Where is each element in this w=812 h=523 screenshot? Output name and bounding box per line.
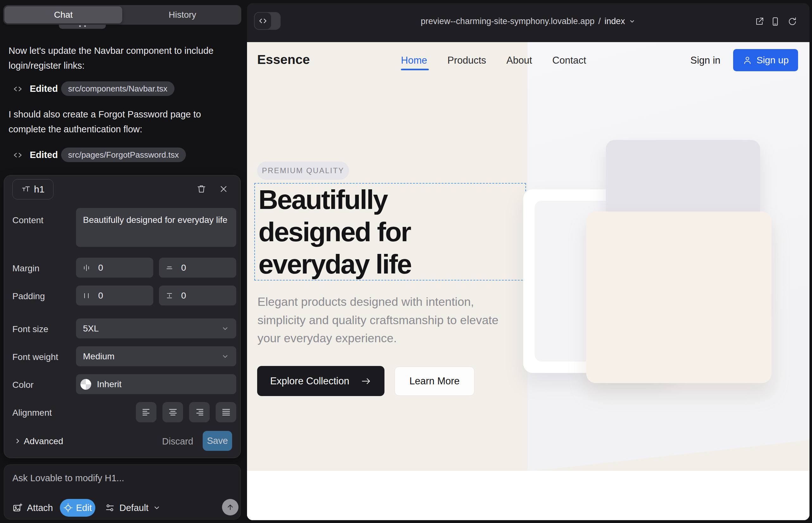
padding-label: Padding (12, 291, 45, 301)
content-field[interactable]: Beautifully designed for everyday life (76, 208, 236, 247)
align-justify-icon (222, 408, 231, 416)
delete-element-button[interactable] (195, 183, 208, 195)
save-button[interactable]: Save (203, 431, 232, 451)
user-icon (743, 55, 752, 65)
code-icon (13, 84, 23, 94)
composer-input[interactable] (12, 472, 216, 489)
chevron-down-icon[interactable] (629, 18, 636, 25)
hero-paragraph: Elegant products designed with intention… (258, 293, 517, 348)
url-separator: / (598, 16, 601, 26)
page-selector[interactable]: index (604, 16, 625, 26)
explore-collection-button[interactable]: Explore Collection (257, 366, 385, 396)
font-weight-select[interactable]: Medium (76, 346, 236, 366)
dot (79, 25, 81, 27)
code-icon (259, 16, 267, 25)
open-external-icon[interactable] (754, 16, 764, 26)
color-label: Color (12, 380, 34, 390)
color-value: Inherit (97, 379, 122, 390)
attach-label: Attach (27, 503, 53, 513)
margin-vertical-icon (165, 263, 174, 273)
chevron-down-icon (153, 504, 161, 511)
nav-link-contact[interactable]: Contact (552, 55, 586, 66)
padding-y-value: 0 (181, 291, 186, 301)
font-size-select[interactable]: 5XL (76, 319, 236, 339)
padding-y-input[interactable]: 0 (159, 286, 236, 306)
arrow-up-icon (226, 502, 235, 512)
edited-file-row: Edited src/components/Navbar.tsx (0, 82, 241, 96)
alignment-label: Alignment (12, 408, 52, 418)
preview-window: preview--charming-site-symphony.lovable.… (247, 3, 810, 520)
learn-more-button[interactable]: Learn More (394, 366, 474, 396)
lovable-workspace: Chat History Now let's update the Navbar… (0, 0, 812, 523)
close-icon[interactable] (217, 183, 230, 195)
nav-link-products[interactable]: Products (447, 55, 486, 66)
typography-icon (21, 184, 31, 194)
arrow-right-icon (361, 376, 371, 386)
refresh-icon[interactable] (787, 16, 797, 26)
rendered-site: Essence Home Products About Contact Sign… (247, 42, 810, 520)
selected-tag-label: h1 (34, 184, 44, 195)
chat-composer: Attach Edit Default (4, 465, 241, 520)
align-right-button[interactable] (189, 402, 210, 422)
advanced-toggle[interactable]: Advanced (24, 436, 63, 446)
attach-button[interactable]: Attach (12, 500, 53, 516)
align-left-icon (142, 408, 151, 416)
content-textarea[interactable]: Beautifully designed for everyday life (76, 208, 236, 247)
font-size-value: 5XL (83, 324, 99, 334)
chevron-down-icon (221, 325, 229, 333)
assistant-message: Now let's update the Navbar component to… (8, 43, 217, 73)
padding-vertical-icon (165, 291, 174, 301)
padding-x-input[interactable]: 0 (76, 286, 153, 306)
edited-file-chip[interactable]: src/pages/ForgotPassword.tsx (61, 147, 186, 162)
margin-x-input[interactable]: 0 (76, 258, 153, 278)
align-center-icon (168, 408, 178, 416)
align-left-button[interactable] (136, 402, 156, 422)
nav-link-about[interactable]: About (506, 55, 532, 66)
code-toggle-knob[interactable] (254, 13, 271, 29)
send-button[interactable] (222, 499, 239, 516)
align-center-button[interactable] (162, 402, 183, 422)
edited-file-chip[interactable]: src/components/Navbar.tsx (61, 82, 175, 96)
font-weight-value: Medium (83, 351, 114, 362)
learn-more-label: Learn More (409, 376, 460, 387)
premium-quality-badge: PREMIUM QUALITY (257, 161, 349, 180)
color-field[interactable]: Inherit (76, 374, 236, 394)
hero-heading[interactable]: Beautifully designed for everyday life (259, 183, 474, 280)
edited-label: Edited (30, 82, 58, 96)
margin-y-value: 0 (181, 263, 186, 273)
attach-image-icon (12, 503, 22, 513)
nav-link-home[interactable]: Home (401, 55, 427, 66)
assistant-message: I should also create a Forgot Password p… (8, 107, 224, 137)
sign-in-link[interactable]: Sign in (690, 55, 721, 66)
content-label: Content (12, 215, 43, 226)
element-editor-panel: h1 Content Beautifully designed for ever… (4, 175, 241, 458)
margin-x-value: 0 (98, 263, 103, 273)
mobile-view-icon[interactable] (770, 16, 780, 26)
site-nav: Home Products About Contact (401, 55, 586, 66)
chevron-right-icon (14, 437, 22, 445)
edit-mode-button[interactable]: Edit (60, 499, 95, 517)
font-weight-label: Font weight (12, 352, 58, 362)
site-logo[interactable]: Essence (257, 52, 310, 67)
selected-element-chip[interactable]: h1 (12, 179, 54, 199)
target-icon (63, 503, 73, 512)
edit-label: Edit (76, 503, 92, 513)
scrolled-chip-fragment (59, 25, 106, 29)
code-preview-toggle[interactable] (254, 12, 281, 30)
sign-up-button[interactable]: Sign up (733, 49, 798, 71)
margin-y-input[interactable]: 0 (159, 258, 236, 278)
edited-file-row: Edited src/pages/ForgotPassword.tsx (0, 147, 241, 162)
discard-button[interactable]: Discard (156, 436, 200, 447)
tab-history[interactable]: History (124, 5, 241, 25)
chevron-down-icon (221, 353, 229, 361)
edited-label: Edited (30, 147, 58, 162)
padding-x-value: 0 (98, 291, 103, 301)
explore-label: Explore Collection (270, 376, 349, 387)
align-justify-button[interactable] (216, 402, 236, 422)
tab-chat-label[interactable]: Chat (3, 5, 124, 25)
default-label: Default (119, 503, 148, 513)
dot (84, 25, 86, 27)
preview-url[interactable]: preview--charming-site-symphony.lovable.… (421, 16, 595, 26)
default-mode-selector[interactable]: Default (105, 500, 161, 516)
sliders-icon (105, 503, 115, 513)
